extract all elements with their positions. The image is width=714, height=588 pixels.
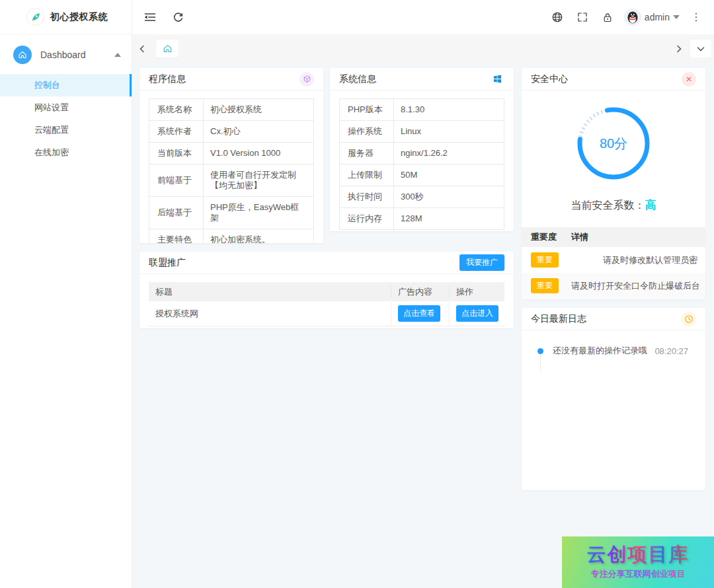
watermark-subtitle: 专注分享互联网创业项目 (591, 568, 686, 580)
promo-table: 标题 广告内容 操作 授权系统网 点击查看 点击进入 (149, 282, 504, 326)
security-coefficient: 当前安全系数：高 (522, 198, 705, 213)
table-row: 操作系统Linux (340, 120, 504, 142)
table-row: 运行内存128M (340, 207, 504, 229)
app-window: 初心授权系统 Dashboard 控制台 网站设置 云端配置 在线加密 (0, 0, 714, 588)
column-header-action: 操作 (450, 286, 504, 298)
table-row: 当前版本V1.0 Version 1000 (149, 142, 313, 164)
log-text: 还没有最新的操作记录哦 (553, 345, 654, 357)
program-info-title: 程序信息 (149, 73, 186, 85)
sidebar-collapse-icon[interactable] (139, 6, 161, 28)
refresh-icon[interactable] (167, 6, 189, 28)
tabs-dropdown-icon[interactable] (690, 40, 711, 57)
column-header-ad: 广告内容 (391, 286, 450, 298)
log-time: 08:20:27 (654, 346, 688, 356)
system-info-table: PHP版本8.1.30 操作系统Linux 服务器nginx/1.26.2 上传… (339, 98, 504, 230)
tabs-scroll-right-icon[interactable] (669, 40, 689, 57)
logo-row: 初心授权系统 (0, 0, 132, 34)
dashboard-home-icon (13, 46, 32, 64)
fullscreen-icon[interactable] (571, 6, 594, 28)
username-label: admin (645, 12, 670, 22)
table-row: 授权系统网 点击查看 点击进入 (149, 301, 504, 326)
table-row: 系统作者Cx.初心 (149, 120, 313, 142)
program-info-table: 系统名称初心授权系统 系统作者Cx.初心 当前版本V1.0 Version 10… (149, 98, 314, 243)
watermark-title: 云创项目库 (587, 544, 690, 566)
coefficient-label: 当前安全系数： (571, 200, 645, 211)
today-logs-title: 今日最新日志 (531, 313, 586, 325)
clock-icon (682, 312, 696, 326)
package-cube-icon (299, 72, 314, 87)
security-center-title: 安全中心 (531, 73, 568, 85)
tabs-scroll-left-icon[interactable] (132, 40, 152, 57)
panel-system-info: 系统信息 PHP版本8.1.30 操作系统Linux 服务器nginx/1.26… (330, 68, 514, 231)
lock-icon[interactable] (596, 6, 619, 28)
table-row: 执行时间300秒 (340, 186, 504, 207)
sidebar-menu: 控制台 网站设置 云端配置 在线加密 (0, 74, 132, 164)
sidebar: 初心授权系统 Dashboard 控制台 网站设置 云端配置 在线加密 (0, 0, 132, 588)
enter-site-button[interactable]: 点击进入 (456, 305, 498, 322)
panel-security-center: 安全中心 ✕ 80分 当前安全系数：高 重要度 详情 重要 (522, 68, 705, 299)
timeline-dot-icon (537, 348, 543, 354)
column-header-detail: 详情 (571, 231, 705, 243)
tab-home[interactable] (156, 40, 178, 57)
view-ad-button[interactable]: 点击查看 (398, 305, 440, 322)
table-row: PHP版本8.1.30 (340, 99, 504, 120)
close-icon[interactable]: ✕ (682, 72, 696, 87)
security-issues-table: 重要度 详情 重要 请及时修改默认管理员密 重要 请及时打开安全口令防止爆破后台 (522, 227, 705, 299)
user-caret-icon (673, 15, 680, 19)
security-score-gauge: 80分 (575, 105, 652, 182)
timeline-line (540, 354, 541, 371)
promo-site-title: 授权系统网 (149, 301, 391, 326)
table-row: 后端基于PHP原生，EasyWeb框架 (149, 196, 313, 229)
issue-detail: 请及时打开安全口令防止爆破后台 (571, 280, 705, 292)
alliance-promo-title: 联盟推广 (149, 257, 186, 269)
rocket-logo-icon (26, 8, 44, 26)
table-row: 主要特色初心加密系统。 (149, 229, 313, 243)
sidebar-item-site-settings[interactable]: 网站设置 (0, 96, 132, 119)
system-info-title: 系统信息 (339, 73, 376, 85)
user-avatar (624, 9, 641, 26)
table-row: 重要 请及时打开安全口令防止爆破后台 (522, 273, 705, 299)
app-title: 初心授权系统 (50, 11, 108, 23)
table-row: 前端基于使用者可自行开发定制【均无加密】 (149, 164, 313, 196)
windows-os-icon (490, 72, 504, 87)
sidebar-group-dashboard[interactable]: Dashboard (0, 40, 132, 70)
importance-badge: 重要 (531, 252, 559, 268)
top-header: admin ⋮ (132, 0, 714, 34)
table-row: 服务器nginx/1.26.2 (340, 142, 504, 164)
promote-button[interactable]: 我要推广 (459, 254, 504, 271)
panel-alliance-promo: 联盟推广 我要推广 标题 广告内容 操作 授权系统网 点击查看 点击进入 (139, 252, 514, 328)
sidebar-group-label: Dashboard (40, 50, 114, 60)
collapse-caret-icon (114, 53, 121, 57)
panel-program-info: 程序信息 系统名称初心授权系统 系统作者Cx.初心 当前版本V1.0 Versi… (139, 68, 323, 243)
security-score-value: 80分 (575, 105, 652, 182)
tab-bar (132, 34, 714, 63)
sidebar-item-online-encrypt[interactable]: 在线加密 (0, 141, 132, 164)
language-globe-icon[interactable] (546, 6, 569, 28)
sidebar-item-cloud-config[interactable]: 云端配置 (0, 119, 132, 141)
column-header-importance: 重要度 (522, 231, 571, 243)
table-row: 系统名称初心授权系统 (149, 99, 313, 120)
importance-badge: 重要 (531, 278, 559, 293)
column-header-title: 标题 (149, 286, 391, 298)
log-entry: 还没有最新的操作记录哦 08:20:27 (537, 345, 697, 357)
coefficient-value: 高 (645, 199, 656, 211)
panel-today-logs: 今日最新日志 还没有最新的操作记录哦 08:20:27 (522, 308, 705, 490)
table-row: 重要 请及时修改默认管理员密 (522, 247, 705, 273)
watermark-banner: 云创项目库 专注分享互联网创业项目 (562, 536, 714, 588)
more-kebab-icon[interactable]: ⋮ (685, 6, 707, 28)
issue-detail: 请及时修改默认管理员密 (571, 254, 705, 266)
main-content: 程序信息 系统名称初心授权系统 系统作者Cx.初心 当前版本V1.0 Versi… (132, 63, 714, 588)
sidebar-item-console[interactable]: 控制台 (0, 74, 132, 96)
user-menu[interactable]: admin (621, 9, 682, 26)
table-row: 上传限制50M (340, 164, 504, 186)
